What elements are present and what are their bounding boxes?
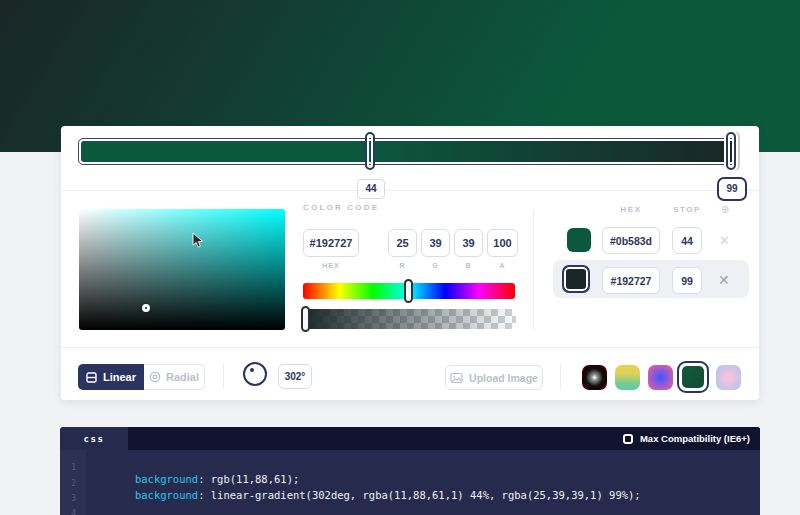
upload-image-label: Upload Image — [469, 372, 538, 384]
checkbox-icon[interactable] — [623, 434, 633, 444]
preset-green-selected[interactable] — [677, 361, 709, 393]
delete-stop-icon[interactable]: ✕ — [719, 234, 730, 247]
css-property: background — [135, 489, 198, 501]
preset-pink-blue-radial[interactable] — [648, 365, 673, 390]
stop-row-hex-input[interactable]: #192727 — [602, 267, 660, 294]
delete-stop-icon[interactable]: ✕ — [718, 274, 730, 287]
divider — [223, 363, 224, 389]
css-code-line[interactable]: background: linear-gradient(302deg, rgba… — [97, 477, 641, 513]
stop-handle-44[interactable] — [365, 132, 375, 170]
stop-position-badge-44[interactable]: 44 — [357, 179, 385, 199]
stop-row-position-input[interactable]: 44 — [672, 227, 702, 254]
mouse-cursor — [192, 232, 204, 250]
add-stop-icon[interactable]: ⊕ — [718, 204, 732, 215]
stop-row-swatch[interactable] — [567, 228, 591, 252]
green-input[interactable]: 39 — [421, 229, 450, 257]
angle-dial[interactable] — [243, 362, 267, 386]
image-icon — [450, 372, 463, 384]
gradient-stop-bar[interactable] — [78, 138, 739, 165]
linear-type-button[interactable]: Linear — [78, 364, 144, 390]
stops-hex-header: HEX — [602, 205, 660, 214]
css-value: : linear-gradient(302deg, rgba(11,88,61,… — [198, 489, 641, 501]
alpha-slider-handle[interactable] — [301, 306, 310, 332]
alpha-slider-fill — [302, 309, 516, 329]
line-number: 1 — [60, 463, 76, 472]
upload-image-button[interactable]: Upload Image — [445, 365, 543, 390]
angle-dial-dot — [250, 368, 254, 372]
gradient-stop-bar-fill — [81, 141, 736, 162]
color-code-title: COLOR CODE — [303, 203, 379, 212]
radial-icon — [149, 371, 161, 383]
linear-label: Linear — [103, 371, 136, 383]
line-number: 2 — [60, 479, 76, 488]
css-output-panel: css Max Compatibility (IE6+) 1 2 3 4 bac… — [60, 427, 760, 515]
line-number: 3 — [60, 494, 76, 503]
stop-position-badge-99[interactable]: 99 — [717, 177, 747, 201]
angle-input[interactable]: 302° — [278, 364, 312, 389]
gradient-editor-app: 44 99 COLOR CODE #192727 25 39 39 100 HE… — [0, 0, 800, 515]
radial-label: Radial — [166, 371, 199, 383]
divider — [61, 347, 759, 348]
line-number: 4 — [60, 509, 76, 515]
preset-pastel-radial[interactable] — [716, 365, 741, 390]
alpha-input-label: A — [487, 262, 518, 269]
divider — [61, 190, 759, 191]
alpha-input[interactable]: 100 — [487, 229, 518, 257]
preset-black-red-radial[interactable] — [582, 365, 607, 390]
radial-type-button[interactable]: Radial — [144, 364, 205, 390]
preset-yellow-teal[interactable] — [615, 365, 640, 390]
editor-card: 44 99 COLOR CODE #192727 25 39 39 100 HE… — [61, 126, 759, 400]
stops-stop-header: STOP — [672, 205, 702, 214]
red-input-label: R — [388, 262, 417, 269]
css-tab[interactable]: css — [60, 427, 128, 450]
hex-input-label: HEX — [303, 262, 359, 269]
stop-handle-99[interactable] — [726, 132, 736, 170]
divider — [560, 364, 561, 390]
saturation-picker[interactable] — [79, 209, 285, 330]
max-compatibility-toggle[interactable]: Max Compatibility (IE6+) — [623, 427, 750, 450]
blue-input[interactable]: 39 — [454, 229, 483, 257]
preset-green-fill — [682, 366, 704, 388]
stop-row-position-input[interactable]: 99 — [672, 267, 702, 294]
stop-row-swatch-selected[interactable] — [562, 265, 590, 293]
alpha-slider[interactable] — [302, 309, 516, 329]
picker-selector-handle[interactable] — [142, 304, 150, 312]
hex-input[interactable]: #192727 — [303, 229, 359, 257]
green-input-label: G — [421, 262, 450, 269]
red-input[interactable]: 25 — [388, 229, 417, 257]
blue-input-label: B — [454, 262, 483, 269]
stop-row-hex-input[interactable]: #0b583d — [602, 227, 660, 254]
divider — [533, 210, 534, 330]
hue-slider-handle[interactable] — [404, 279, 413, 303]
gradient-type-toggle: Linear Radial — [78, 364, 205, 390]
linear-icon — [86, 372, 97, 383]
max-compatibility-label: Max Compatibility (IE6+) — [640, 433, 750, 444]
